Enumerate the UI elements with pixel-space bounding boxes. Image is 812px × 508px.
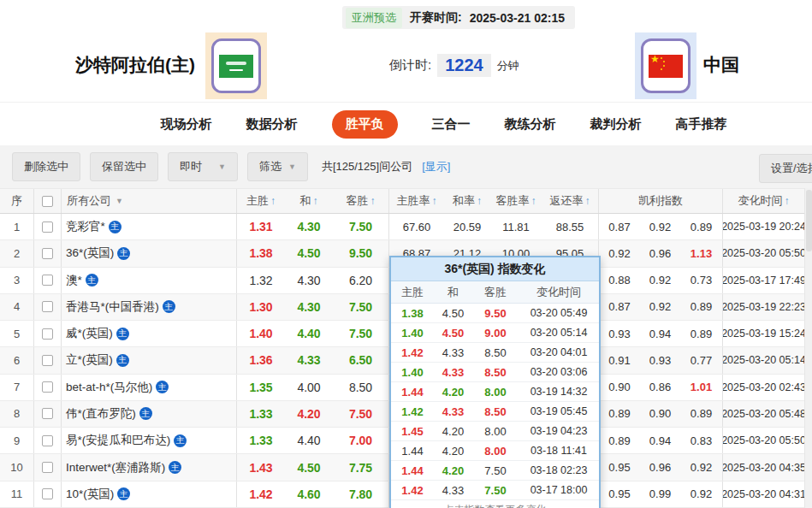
odds-value[interactable]: 4.30 bbox=[285, 294, 333, 320]
odds-value[interactable]: 8.50 bbox=[333, 375, 389, 400]
odds-value[interactable]: 1.42 bbox=[237, 481, 285, 507]
odds-value[interactable]: 4.30 bbox=[285, 268, 333, 293]
company-cell[interactable]: 伟*(直布罗陀)主 bbox=[62, 401, 237, 427]
col-header-win-rate[interactable]: 主胜率↑ bbox=[389, 189, 444, 213]
col-header-win[interactable]: 主胜↑ bbox=[237, 189, 285, 213]
select-all-checkbox[interactable] bbox=[42, 196, 53, 207]
row-checkbox[interactable] bbox=[42, 435, 53, 446]
scrollbar-thumb[interactable] bbox=[806, 190, 812, 251]
change-time: 2025-03-19 22:23 bbox=[723, 294, 804, 320]
odds-value[interactable]: 4.40 bbox=[285, 428, 333, 453]
row-checkbox[interactable] bbox=[42, 248, 53, 259]
odds-value[interactable]: 4.20 bbox=[285, 401, 333, 427]
nav-tab[interactable]: 裁判分析 bbox=[590, 116, 642, 133]
odds-value[interactable]: 4.40 bbox=[285, 321, 333, 346]
popup-row: 1.424.338.5003-20 04:01 bbox=[391, 343, 599, 363]
row-checkbox[interactable] bbox=[42, 462, 53, 473]
col-header-lose[interactable]: 客胜↑ bbox=[333, 189, 389, 213]
row-checkbox[interactable] bbox=[42, 222, 53, 233]
company-cell[interactable]: 易*(安提瓜和巴布达)主 bbox=[62, 428, 237, 453]
saudi-arabia-flag-icon bbox=[219, 55, 253, 78]
odds-value[interactable]: 1.40 bbox=[237, 321, 285, 346]
odds-value[interactable]: 1.36 bbox=[237, 347, 285, 373]
odds-value[interactable]: 7.50 bbox=[333, 214, 389, 239]
filter-dropdown[interactable]: 筛选 ▼ bbox=[247, 152, 308, 181]
odds-value[interactable]: 7.75 bbox=[333, 454, 389, 480]
popup-row: 1.444.207.5003-18 02:23 bbox=[391, 461, 599, 481]
odds-value[interactable]: 1.35 bbox=[237, 375, 285, 400]
odds-value[interactable]: 4.60 bbox=[285, 481, 333, 507]
odds-value[interactable]: 6.50 bbox=[333, 347, 389, 373]
odds-value[interactable]: 7.50 bbox=[333, 401, 389, 427]
company-cell[interactable]: 10*(英国)主 bbox=[62, 481, 237, 507]
col-header-company[interactable]: 所有公司 ▼ bbox=[62, 189, 237, 213]
odds-value[interactable]: 7.00 bbox=[333, 428, 389, 453]
settings-button[interactable]: 设置/选择 bbox=[759, 154, 812, 183]
odds-value[interactable]: 7.50 bbox=[333, 294, 389, 320]
company-count: 共[125/125]间公司 bbox=[322, 159, 412, 174]
main-company-icon: 主 bbox=[116, 354, 129, 367]
main-company-icon: 主 bbox=[116, 328, 129, 340]
popup-col-time: 变化时间 bbox=[519, 281, 599, 303]
kelly-value: 0.89 bbox=[599, 401, 640, 427]
kelly-value: 0.91 bbox=[599, 347, 640, 373]
row-checkbox[interactable] bbox=[42, 381, 53, 393]
odds-value[interactable]: 7.80 bbox=[333, 481, 389, 507]
odds-value[interactable]: 1.38 bbox=[237, 240, 285, 266]
odds-value[interactable]: 1.31 bbox=[237, 214, 285, 239]
nav-tab[interactable]: 数据分析 bbox=[246, 116, 298, 133]
odds-value[interactable]: 1.33 bbox=[237, 428, 285, 453]
odds-value[interactable]: 7.50 bbox=[333, 321, 389, 346]
company-cell[interactable]: 澳*主 bbox=[62, 268, 237, 293]
col-header-lose-rate[interactable]: 客胜率↑ bbox=[490, 189, 542, 213]
row-checkbox[interactable] bbox=[42, 355, 53, 366]
company-cell[interactable]: 36*(英国)主 bbox=[62, 240, 237, 266]
kelly-value: 1.13 bbox=[680, 240, 723, 266]
company-cell[interactable]: 香港马*(中国香港)主 bbox=[62, 294, 237, 320]
nav-tab[interactable]: 教练分析 bbox=[505, 116, 556, 133]
nav-tab[interactable]: 高手推荐 bbox=[676, 116, 727, 133]
row-checkbox[interactable] bbox=[42, 301, 53, 312]
time-mode-dropdown[interactable]: 即时 ▼ bbox=[168, 152, 238, 181]
keep-selected-button[interactable]: 保留选中 bbox=[90, 152, 158, 181]
col-header-draw-rate[interactable]: 和率↑ bbox=[444, 189, 490, 213]
col-header-return-rate[interactable]: 返还率↑ bbox=[542, 189, 599, 213]
delete-selected-button[interactable]: 删除选中 bbox=[12, 152, 80, 181]
popup-col-win: 主胜 bbox=[391, 281, 434, 303]
row-checkbox[interactable] bbox=[42, 328, 53, 340]
odds-value[interactable]: 1.43 bbox=[237, 454, 285, 480]
company-cell[interactable]: 竞彩官*主 bbox=[62, 214, 237, 239]
col-header-seq: 序 bbox=[0, 189, 34, 213]
nav-tab[interactable]: 现场分析 bbox=[161, 116, 212, 133]
odds-value[interactable]: 1.30 bbox=[237, 294, 285, 320]
kelly-value: 0.94 bbox=[640, 428, 680, 453]
nav-tab-active[interactable]: 胜平负 bbox=[332, 110, 398, 139]
away-team-name: 中国 bbox=[703, 53, 739, 77]
odds-value[interactable]: 4.50 bbox=[285, 454, 333, 480]
checkbox-cell bbox=[34, 268, 62, 293]
odds-value[interactable]: 4.50 bbox=[285, 240, 333, 266]
odds-value[interactable]: 1.32 bbox=[237, 268, 285, 293]
col-header-change-time[interactable]: 变化时间↑ bbox=[723, 189, 804, 213]
odds-value[interactable]: 9.50 bbox=[333, 240, 389, 266]
table-row: 1竞彩官*主1.314.307.5067.6020.5911.8188.550.… bbox=[0, 214, 812, 240]
odds-value[interactable]: 6.20 bbox=[333, 268, 389, 293]
odds-value[interactable]: 4.33 bbox=[285, 347, 333, 373]
row-checkbox[interactable] bbox=[42, 408, 53, 419]
countdown: 倒计时: 1224 分钟 bbox=[389, 54, 519, 77]
vertical-scrollbar[interactable] bbox=[804, 188, 812, 508]
rate-value: 11.81 bbox=[490, 214, 542, 239]
company-cell[interactable]: 立*(英国)主 bbox=[62, 347, 237, 373]
company-cell[interactable]: bet-at-h*(马尔他)主 bbox=[62, 375, 237, 400]
company-cell[interactable]: 威*(英国)主 bbox=[62, 321, 237, 346]
company-cell[interactable]: Interwet*(塞浦路斯)主 bbox=[62, 454, 237, 480]
odds-value[interactable]: 1.33 bbox=[237, 401, 285, 427]
nav-tab[interactable]: 三合一 bbox=[432, 116, 471, 133]
row-checkbox[interactable] bbox=[42, 275, 53, 286]
col-header-draw[interactable]: 和↑ bbox=[285, 189, 333, 213]
odds-value[interactable]: 4.00 bbox=[285, 375, 333, 400]
show-link[interactable]: [显示] bbox=[422, 159, 450, 174]
odds-value: 4.20 bbox=[434, 461, 472, 480]
row-checkbox[interactable] bbox=[42, 488, 53, 499]
odds-value[interactable]: 4.30 bbox=[285, 214, 333, 239]
